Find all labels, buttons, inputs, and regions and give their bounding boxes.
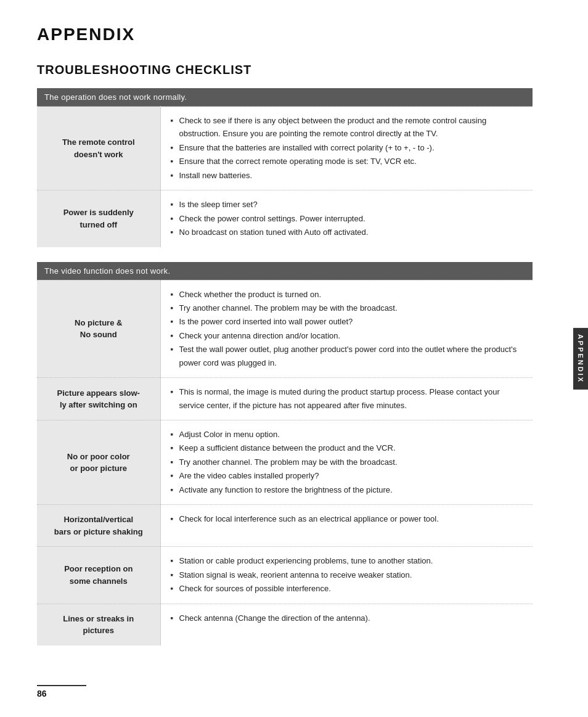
list-item: Install new batteries. [171,169,523,182]
bullet-list: Check for local interference such as an … [171,512,523,525]
list-item: Test the wall power outlet, plug another… [171,343,523,369]
table-row: Power is suddenlyturned off Is the sleep… [37,191,533,247]
table-row: Poor reception onsome channels Station o… [37,547,533,604]
list-item: This is normal, the image is muted durin… [171,385,523,412]
list-item: Station signal is weak, reorient antenna… [171,568,523,581]
list-item: Check to see if there is any object betw… [171,114,523,141]
row-content-power: Is the sleep timer set? Check the power … [160,191,533,247]
row-label-picture-slow: Picture appears slow-ly after switching … [37,378,160,420]
row-content-bars: Check for local interference such as an … [160,505,533,547]
bullet-list: Is the sleep timer set? Check the power … [171,198,523,239]
row-content-lines: Check antenna (Change the direction of t… [160,604,533,645]
list-item: Are the video cables installed properly? [171,469,523,482]
row-label-remote: The remote controldoesn't work [37,107,160,191]
bullet-list: Check whether the product is turned on. … [171,288,523,370]
row-label-poor-color: No or poor coloror poor picture [37,420,160,505]
table-row: No picture &No sound Check whether the p… [37,280,533,378]
list-item: Check the power control settings. Power … [171,212,523,225]
section-title: TROUBLESHOOTING CHECKLIST [37,63,533,77]
list-item: Activate any function to restore the bri… [171,483,523,496]
row-content-poor-reception: Station or cable product experiencing pr… [160,547,533,604]
bullet-list: Adjust Color in menu option. Keep a suff… [171,428,523,496]
list-item: Is the power cord inserted into wall pow… [171,315,523,328]
row-content-picture-slow: This is normal, the image is muted durin… [160,378,533,420]
table1-header-row: The operation does not work normally. [37,88,533,107]
list-item: Try another channel. The problem may be … [171,301,523,314]
list-item: Check for local interference such as an … [171,512,523,525]
list-item: No broadcast on station tuned with Auto … [171,226,523,239]
list-item: Check antenna (Change the direction of t… [171,612,523,625]
list-item: Adjust Color in menu option. [171,428,523,441]
table-row: Picture appears slow-ly after switching … [37,378,533,420]
row-content-remote: Check to see if there is any object betw… [160,107,533,191]
bullet-list: Station or cable product experiencing pr… [171,554,523,595]
table-operation: The operation does not work normally. Th… [37,88,533,247]
table-row: The remote controldoesn't work Check to … [37,107,533,191]
list-item: Check whether the product is turned on. [171,288,523,301]
table-row: Horizontal/verticalbars or picture shaki… [37,505,533,547]
list-item: Keep a sufficient distance between the p… [171,441,523,454]
row-label-bars: Horizontal/verticalbars or picture shaki… [37,505,160,547]
row-content-no-picture: Check whether the product is turned on. … [160,280,533,378]
table2-header-row: The video function does not work. [37,262,533,281]
list-item: Check your antenna direction and/or loca… [171,329,523,342]
list-item: Try another channel. The problem may be … [171,456,523,469]
row-content-poor-color: Adjust Color in menu option. Keep a suff… [160,420,533,505]
bottom-line [37,685,86,686]
sidebar-appendix-label: APPENDIX [573,327,588,389]
list-item: Ensure that the correct remote operating… [171,155,523,168]
table1-header: The operation does not work normally. [37,88,533,107]
table2-header: The video function does not work. [37,262,533,281]
row-label-power: Power is suddenlyturned off [37,191,160,247]
row-label-poor-reception: Poor reception onsome channels [37,547,160,604]
table-row: Lines or streaks inpictures Check antenn… [37,604,533,645]
list-item: Ensure that the batteries are installed … [171,141,523,154]
page-title: APPENDIX [37,25,533,44]
bullet-list: Check antenna (Change the direction of t… [171,612,523,625]
bullet-list: Check to see if there is any object betw… [171,114,523,182]
bullet-list: This is normal, the image is muted durin… [171,385,523,412]
list-item: Station or cable product experiencing pr… [171,554,523,567]
row-label-lines: Lines or streaks inpictures [37,604,160,645]
list-item: Check for sources of possible interferen… [171,582,523,595]
list-item: Is the sleep timer set? [171,198,523,211]
table-video: The video function does not work. No pic… [37,262,533,645]
table-row: No or poor coloror poor picture Adjust C… [37,420,533,505]
page-number: 86 [37,689,47,699]
row-label-no-picture: No picture &No sound [37,280,160,378]
